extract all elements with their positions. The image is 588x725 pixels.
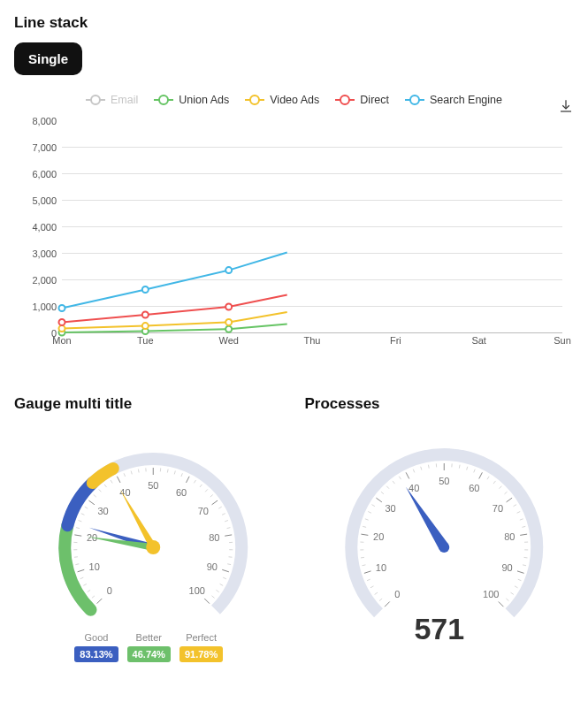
y-tick: 5,000: [32, 195, 57, 206]
gauge-tick: [88, 500, 94, 505]
gauge-tick-label: 40: [119, 487, 130, 498]
legend-dot-icon: [86, 95, 105, 105]
y-tick: 2,000: [32, 275, 57, 286]
gauge-tick-label: 80: [504, 531, 515, 542]
svg-line-17: [131, 471, 132, 475]
svg-line-31: [227, 528, 231, 529]
svg-line-30: [225, 521, 228, 522]
svg-line-21: [167, 469, 168, 473]
svg-line-38: [216, 590, 218, 591]
gauge-tick: [361, 534, 368, 535]
y-axis: 01,0002,0003,0004,0005,0006,0007,0008,00…: [14, 121, 62, 333]
gauge-tick-label: 50: [148, 480, 158, 491]
gauge-tick-label: 10: [375, 562, 386, 573]
processes-chart: 0102030405060708090100 571: [305, 424, 575, 671]
gauge-tick: [506, 498, 511, 502]
svg-line-43: [370, 586, 374, 588]
gauge-tick: [204, 599, 210, 604]
gauge-tick: [117, 477, 120, 483]
svg-line-58: [420, 467, 421, 470]
series-point: [59, 305, 65, 311]
svg-line-25: [200, 485, 202, 487]
gauge-label-better: Better46.74%: [127, 632, 171, 662]
single-button[interactable]: Single: [14, 42, 82, 75]
gauge-tick-label: 100: [189, 585, 205, 596]
svg-line-79: [510, 592, 513, 594]
processes-title: Processes: [305, 395, 575, 413]
gauge-tick-label: 70: [492, 503, 502, 514]
gauge-tick-label: 70: [198, 506, 209, 516]
x-tick: Thu: [304, 335, 321, 346]
svg-line-80: [506, 599, 508, 601]
processes-value: 571: [305, 612, 575, 646]
svg-line-23: [181, 473, 182, 477]
gauge-tick: [498, 602, 503, 607]
line-stack-chart: EmailUnion AdsVideo AdsDirectSearch Engi…: [14, 89, 574, 351]
y-tick: 8,000: [32, 116, 57, 126]
svg-line-51: [368, 512, 371, 514]
svg-line-42: [374, 592, 377, 594]
gauge-pointer: [405, 487, 447, 551]
gauge-tick-label: 90: [501, 562, 512, 573]
svg-line-22: [174, 471, 175, 475]
svg-line-76: [523, 565, 526, 566]
svg-line-50: [364, 519, 368, 520]
gauge-tick: [225, 535, 232, 536]
series-point: [225, 304, 232, 310]
svg-line-26: [205, 489, 208, 492]
gauge-tick: [74, 535, 81, 536]
series-point: [225, 326, 232, 332]
legend-label: Email: [111, 94, 138, 106]
series-point: [142, 312, 149, 318]
legend-label: Union Ads: [179, 94, 229, 106]
gauge-tick: [385, 602, 390, 607]
svg-line-37: [220, 584, 224, 585]
legend-item-video-ads[interactable]: Video Ads: [245, 94, 319, 106]
gauge-progress: [67, 483, 92, 525]
svg-line-15: [111, 480, 112, 483]
download-icon[interactable]: [558, 98, 574, 118]
gauge-tick: [78, 569, 85, 571]
legend-item-email[interactable]: Email: [86, 94, 138, 106]
legend: EmailUnion AdsVideo AdsDirectSearch Engi…: [14, 89, 574, 111]
svg-line-46: [360, 557, 363, 558]
legend-item-direct[interactable]: Direct: [335, 94, 389, 106]
svg-line-41: [379, 599, 382, 601]
svg-line-78: [514, 586, 517, 588]
svg-line-59: [428, 465, 429, 469]
svg-line-62: [459, 465, 460, 469]
svg-line-24: [194, 480, 195, 483]
svg-line-44: [367, 579, 370, 581]
gauge-progress: [93, 469, 113, 483]
svg-line-69: [513, 505, 515, 507]
gauge-tick-label: 30: [385, 503, 395, 514]
line-stack-title: Line stack: [14, 14, 574, 32]
svg-line-8: [76, 528, 80, 529]
gauge-tick-label: 10: [89, 561, 100, 572]
gauge-tick-label: 60: [176, 487, 187, 498]
svg-line-75: [523, 557, 527, 558]
svg-line-56: [399, 477, 401, 479]
legend-item-union-ads[interactable]: Union Ads: [154, 94, 229, 106]
svg-line-65: [487, 477, 489, 479]
svg-line-27: [210, 494, 213, 497]
gauge-tick: [406, 472, 409, 478]
gauge-label-good: Good83.13%: [74, 632, 118, 662]
gauge-tick-label: 90: [207, 561, 218, 572]
svg-line-70: [516, 512, 520, 514]
svg-line-16: [124, 473, 125, 477]
svg-line-13: [99, 489, 102, 492]
legend-dot-icon: [335, 95, 355, 105]
svg-line-57: [413, 469, 414, 473]
series-point: [142, 323, 149, 329]
svg-line-66: [493, 481, 495, 484]
gauge-tick: [222, 569, 229, 571]
svg-line-11: [85, 507, 88, 508]
svg-line-10: [81, 514, 85, 515]
legend-item-search-engine[interactable]: Search Engine: [405, 94, 502, 106]
svg-point-40: [146, 540, 160, 554]
gauge-multi-title: Gauge multi title: [14, 395, 284, 413]
svg-line-45: [362, 565, 365, 566]
series-point: [59, 325, 65, 332]
svg-line-9: [79, 521, 82, 522]
